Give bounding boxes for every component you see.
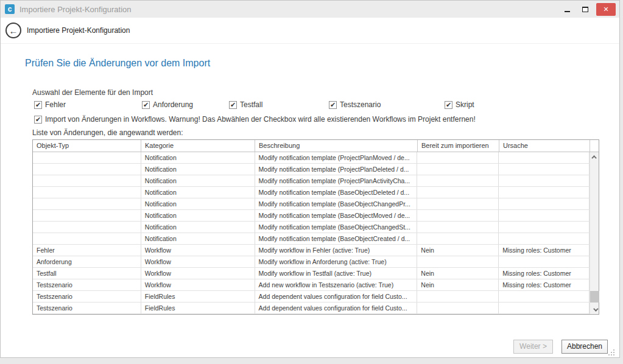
- cell-ursache: [499, 187, 590, 198]
- cell-beschreibung: Add dependent values configuration for f…: [255, 303, 418, 313]
- column-header-kategorie[interactable]: Kategorie: [141, 140, 255, 152]
- cell-beschreibung: Add new workflow in Testszenario (active…: [255, 279, 418, 290]
- maximize-button[interactable]: [578, 3, 593, 15]
- cell-beschreibung: Modify notification template (BaseObject…: [255, 233, 418, 244]
- checkbox-skript[interactable]: ✔ Skript: [445, 100, 474, 109]
- table-row[interactable]: Notification Modify notification templat…: [33, 175, 590, 187]
- close-icon: ✕: [603, 5, 608, 13]
- cell-objekt-typ: [33, 198, 141, 209]
- cell-ursache: [499, 152, 590, 163]
- element-checkbox-row: ✔ Fehler ✔ Anforderung ✔ Testfall ✔ Test…: [34, 100, 474, 109]
- cell-kategorie: Notification: [141, 210, 255, 221]
- checkbox-label: Skript: [456, 100, 474, 109]
- cell-objekt-typ: [33, 187, 141, 198]
- table-row[interactable]: Notification Modify notification templat…: [33, 187, 590, 198]
- table-row[interactable]: Testszenario FieldRules Add dependent va…: [33, 291, 590, 303]
- cell-ursache: [499, 210, 590, 221]
- cell-bereit: [417, 291, 499, 302]
- chevron-down-icon: [593, 306, 598, 311]
- checkbox-label: Fehler: [45, 100, 66, 109]
- page-title: Prüfen Sie die Änderungen vor dem Import: [25, 58, 210, 69]
- minimize-button[interactable]: [560, 3, 574, 15]
- cell-beschreibung: Modify notification template (BaseObject…: [255, 222, 418, 233]
- window-title: Importiere Projekt-Konfiguration: [19, 5, 560, 14]
- column-header-ursache[interactable]: Ursache: [499, 140, 590, 152]
- column-header-spacer: [590, 140, 599, 152]
- title-bar: c Importiere Projekt-Konfiguration ✕: [1, 1, 619, 18]
- checkbox-testszenario[interactable]: ✔ Testszenario: [329, 100, 445, 109]
- cell-bereit: [417, 233, 499, 244]
- table-row[interactable]: Notification Modify notification templat…: [33, 233, 590, 245]
- cell-kategorie: Workflow: [141, 245, 255, 256]
- app-logo-icon: c: [5, 4, 15, 14]
- checkbox-checked-icon: ✔: [34, 116, 42, 124]
- close-button[interactable]: ✕: [596, 3, 616, 16]
- cell-ursache: Missing roles: Customer: [499, 245, 590, 256]
- table-header-row: Objekt-Typ Kategorie Beschreibung Bereit…: [33, 140, 599, 152]
- cell-kategorie: Notification: [141, 152, 255, 163]
- cell-kategorie: FieldRules: [141, 303, 255, 313]
- cell-ursache: [499, 175, 590, 186]
- cell-kategorie: Notification: [141, 198, 255, 209]
- cell-objekt-typ: Anforderung: [33, 256, 141, 267]
- checkbox-checked-icon: ✔: [142, 101, 150, 109]
- cell-kategorie: Workflow: [141, 268, 255, 279]
- table-row[interactable]: Notification Modify notification templat…: [33, 210, 590, 222]
- scroll-up-button[interactable]: [590, 152, 599, 161]
- table-row[interactable]: Testfall Workflow Modify workflow in Tes…: [33, 268, 590, 279]
- next-button[interactable]: Weiter >: [513, 340, 553, 354]
- cell-ursache: [499, 222, 590, 233]
- table-row[interactable]: Notification Modify notification templat…: [33, 164, 590, 175]
- table-row[interactable]: Testszenario Workflow Add new workflow i…: [33, 279, 590, 291]
- cell-beschreibung: Modify notification template (ProjectPla…: [255, 164, 418, 175]
- cell-ursache: Missing roles: Customer: [499, 268, 590, 279]
- cell-ursache: [499, 164, 590, 175]
- column-header-objekt-typ[interactable]: Objekt-Typ: [33, 140, 141, 152]
- table-row[interactable]: Notification Modify notification templat…: [33, 152, 590, 164]
- scroll-down-button[interactable]: [590, 305, 599, 314]
- checkbox-workflow-import[interactable]: ✔ Import von Änderungen in Workflows. Wa…: [34, 115, 476, 124]
- checkbox-checked-icon: ✔: [329, 101, 337, 109]
- cell-ursache: [499, 198, 590, 209]
- cell-kategorie: Notification: [141, 222, 255, 233]
- table-row[interactable]: Notification Modify notification templat…: [33, 198, 590, 210]
- checkbox-label: Testszenario: [340, 100, 381, 109]
- table-row[interactable]: Anforderung Workflow Modify workflow in …: [33, 256, 590, 268]
- cell-objekt-typ: Testfall: [33, 268, 141, 279]
- cell-bereit: [417, 152, 499, 163]
- cell-beschreibung: Modify notification template (ProjectPla…: [255, 152, 418, 163]
- cancel-button[interactable]: Abbrechen: [561, 340, 608, 354]
- cell-ursache: [499, 303, 590, 313]
- page-header-title: Importiere Projekt-Konfiguration: [27, 26, 130, 35]
- cell-ursache: [499, 256, 590, 267]
- cell-objekt-typ: [33, 152, 141, 163]
- cell-kategorie: Workflow: [141, 279, 255, 290]
- cell-beschreibung: Modify notification template (BaseObject…: [255, 187, 418, 198]
- cell-bereit: [417, 198, 499, 209]
- scrollbar-thumb[interactable]: [590, 291, 599, 303]
- table-row[interactable]: Notification Modify notification templat…: [33, 222, 590, 233]
- table-row[interactable]: Fehler Workflow Modify workflow in Fehle…: [33, 245, 590, 256]
- cell-bereit: [417, 210, 499, 221]
- cell-beschreibung: Modify workflow in Fehler (active: True): [255, 245, 418, 256]
- cell-objekt-typ: [33, 164, 141, 175]
- checkbox-checked-icon: ✔: [34, 101, 42, 109]
- cell-beschreibung: Modify workflow in Testfall (active: Tru…: [255, 268, 418, 279]
- column-header-beschreibung[interactable]: Beschreibung: [255, 140, 418, 152]
- cell-ursache: Missing roles: Customer: [499, 279, 590, 290]
- back-button[interactable]: ←: [5, 23, 21, 38]
- cell-beschreibung: Modify notification template (BaseObject…: [255, 210, 418, 221]
- table-row[interactable]: Testszenario FieldRules Add dependent va…: [33, 303, 590, 314]
- back-arrow-icon: ←: [9, 26, 18, 36]
- cell-beschreibung: Add dependent values configuration for f…: [255, 291, 418, 302]
- cell-bereit: Nein: [417, 268, 499, 279]
- checkbox-anforderung[interactable]: ✔ Anforderung: [142, 100, 229, 109]
- cell-ursache: [499, 233, 590, 244]
- resize-grip-icon[interactable]: [608, 349, 615, 355]
- cell-objekt-typ: Fehler: [33, 245, 141, 256]
- dialog-window: c Importiere Projekt-Konfiguration ✕ ← I…: [0, 0, 620, 358]
- vertical-scrollbar[interactable]: [590, 152, 599, 314]
- column-header-bereit[interactable]: Bereit zum importieren: [418, 140, 499, 152]
- checkbox-fehler[interactable]: ✔ Fehler: [34, 100, 142, 109]
- checkbox-testfall[interactable]: ✔ Testfall: [229, 100, 329, 109]
